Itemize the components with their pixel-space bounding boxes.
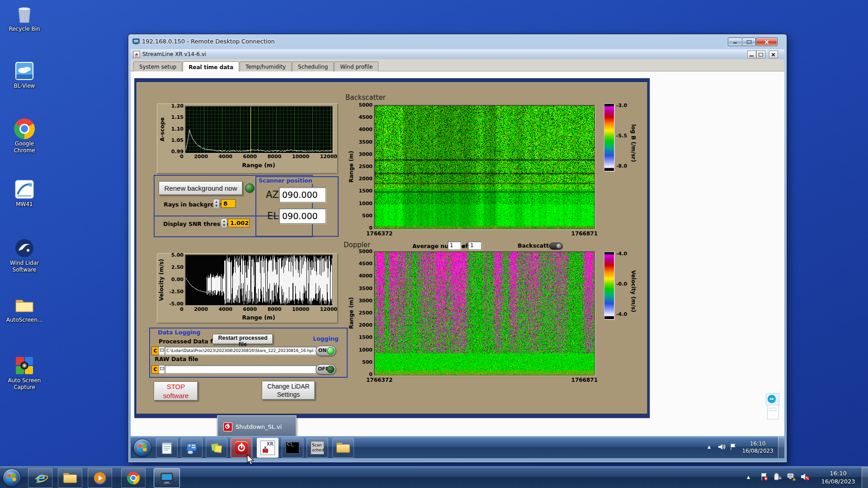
rdp-title-bar[interactable]: 192.168.0.150 - Remote Desktop Connectio… (128, 34, 787, 49)
el-label: EL (267, 211, 278, 221)
shutdown-vi-window[interactable]: Shutdown_SL.vi (217, 415, 297, 438)
desktop-icon-label: Auto Screen (8, 377, 41, 384)
vi-close-button[interactable]: .cls-btn .glyph-x::before,.cls-btn .glyp… (769, 51, 778, 58)
host-clock[interactable]: 16:1016/08/2023 (817, 469, 859, 486)
shutdown-vi-label: Shutdown_SL.vi (236, 423, 282, 430)
average-total-field[interactable]: 1 (468, 241, 481, 250)
host-taskbar-internet-explorer-icon[interactable]: e (28, 468, 52, 488)
vi-icon (133, 51, 140, 58)
backscatter-y-axis-label: Range (m) (348, 105, 354, 228)
vi-title-bar[interactable]: StreamLine XR v14-6.vi .cls-btn .glyph-x… (131, 49, 784, 60)
desktop-icon-autoscreen-folder[interactable]: AutoScreen... (3, 295, 46, 324)
backscatter-title: Backscatter (345, 94, 386, 102)
taskbar-explorer-icon[interactable] (332, 438, 354, 458)
host-taskbar: e ▲ 16:1016/08 (0, 466, 868, 488)
processed-browse-icon[interactable] (159, 347, 165, 355)
remote-tray-action-center-icon[interactable] (729, 443, 737, 453)
renew-background-button[interactable]: Renew background now (159, 181, 243, 195)
desktop-icon-recycle-bin[interactable]: Recycle Bin (3, 4, 46, 33)
scanner-position-title: Scanner position (258, 177, 313, 184)
processed-logging-on-toggle[interactable]: ON (316, 346, 336, 356)
raw-drive-selector[interactable]: C (151, 365, 159, 374)
tab-temp-humidity[interactable]: Temp/humidity (240, 61, 292, 72)
desktop-icon-google-chrome[interactable]: GoogleChrome (3, 118, 46, 154)
processed-drive-selector[interactable]: C (151, 347, 159, 355)
host-taskbar-rdp-icon-active[interactable] (154, 468, 180, 488)
host-start-button[interactable] (3, 469, 21, 487)
velocity-x-axis-label: Range (m) (185, 314, 332, 321)
remote-tray-volume-icon[interactable] (717, 443, 726, 453)
ascope-y-ticks: 1.201.151.101.050.99 (166, 103, 184, 155)
desktop-icon-label: Google (15, 141, 34, 147)
desktop-icon-label: BL-View (3, 83, 46, 89)
doppler-x-end: 1766871 (571, 377, 598, 383)
tab-system-setup[interactable]: System setup (133, 61, 182, 72)
desktop-icon-label: Wind Lidar (10, 260, 39, 266)
host-tray-volume-muted-icon[interactable] (800, 472, 810, 483)
host-taskbar-chrome-icon[interactable] (121, 468, 146, 488)
folder-icon (14, 295, 35, 315)
host-show-desktop-button[interactable] (862, 467, 868, 488)
desktop-icon-bl-view[interactable]: BL-View (3, 61, 46, 89)
snr-value[interactable]: 1.002 (228, 219, 250, 227)
restart-processed-file-button[interactable]: Restart processed file (212, 334, 273, 344)
change-lidar-settings-button[interactable]: Change LiDARSettings (262, 381, 315, 400)
wind-lidar-icon (14, 238, 35, 258)
rdp-window-icon (132, 38, 140, 45)
taskbar-remote-utility-icon[interactable] (181, 438, 203, 458)
rays-spinner[interactable]: ▲▼ (213, 199, 220, 209)
teamviewer-sidebar-icon[interactable] (766, 393, 779, 406)
remote-clock[interactable]: 16:1016/08/2023 (742, 440, 774, 455)
host-tray-power-icon[interactable] (773, 472, 782, 483)
processed-path-field[interactable]: C:\Lidar\Data\Proc\2023\202308\20230816\… (165, 347, 316, 355)
tab-wind-profile[interactable]: Wind profile (334, 61, 378, 72)
host-tray-network-icon[interactable] (787, 472, 797, 483)
desktop-icon-auto-screen-capture[interactable]: Auto ScreenCapture (3, 355, 46, 391)
average-number-field[interactable]: 1 (448, 241, 461, 250)
remote-show-desktop-button[interactable] (778, 436, 784, 458)
tab-strip: System setupReal time dataTemp/humidityS… (131, 59, 784, 71)
raw-logging-off-toggle[interactable]: OFF (316, 364, 336, 375)
remote-session: StreamLine XR v14-6.vi .cls-btn .glyph-x… (131, 49, 784, 458)
backscatter-colorbar (604, 103, 614, 171)
host-taskbar-media-player-icon[interactable] (88, 468, 112, 488)
tab-scheduling[interactable]: Scheduling (292, 61, 334, 72)
taskbar-labview-xr-icon[interactable]: XR (257, 438, 278, 458)
backscatter-colorbar-ticks: -3.0-5.5-8.0 (616, 103, 627, 169)
remote-tray-expand-icon[interactable]: ▲ (708, 445, 711, 449)
host-tray-expand-icon[interactable]: ▲ (747, 475, 750, 479)
desktop-icon-wind-lidar[interactable]: Wind LidarSoftware (3, 238, 46, 273)
taskbar-sticky-notes-icon[interactable] (206, 438, 227, 458)
az-value-field[interactable]: 090.000 (279, 187, 326, 202)
backscatter-doppler-toggle[interactable] (549, 243, 562, 249)
raw-path-field[interactable] (165, 365, 316, 374)
taskbar-scan-scheduler-icon[interactable]: Scansched (307, 438, 328, 458)
snr-spinner[interactable]: ▲▼ (221, 218, 227, 229)
velocity-plot (185, 255, 333, 305)
el-value-field[interactable]: 090.000 (279, 208, 326, 224)
rdp-close-button[interactable] (756, 38, 778, 46)
of-label: of (462, 243, 468, 249)
ascope-plot (185, 106, 333, 153)
doppler-colorbar (604, 252, 614, 319)
host-tray-action-center-icon[interactable] (760, 472, 769, 483)
rdp-minimize-button[interactable] (728, 38, 742, 46)
raw-browse-icon[interactable] (159, 365, 165, 374)
vi-restore-button[interactable] (756, 51, 765, 58)
vi-minimize-button[interactable] (747, 51, 756, 58)
taskbar-shutdown-icon-active[interactable] (231, 438, 252, 458)
bl-view-icon (14, 61, 35, 81)
rays-value[interactable]: 8 (221, 199, 236, 208)
taskbar-command-prompt-icon[interactable]: C:\_ (282, 438, 303, 458)
desktop-icon-mw41[interactable]: MW41 (3, 179, 46, 208)
mw41-icon (14, 179, 35, 200)
remote-start-button[interactable] (133, 439, 151, 457)
ascope-y-axis-label: A-scope (159, 106, 165, 152)
processed-data-file-label: Processed Data file (159, 338, 220, 345)
doppler-colorbar-ticks: -4.0-0.0-4.0 (616, 251, 627, 317)
stop-software-button[interactable]: STOPsoftware (154, 381, 198, 401)
host-taskbar-explorer-icon[interactable] (58, 468, 82, 488)
taskbar-notepad-icon[interactable] (156, 438, 178, 458)
rdp-maximize-button[interactable] (742, 38, 756, 46)
vi-window-title: StreamLine XR v14-6.vi (142, 51, 206, 57)
